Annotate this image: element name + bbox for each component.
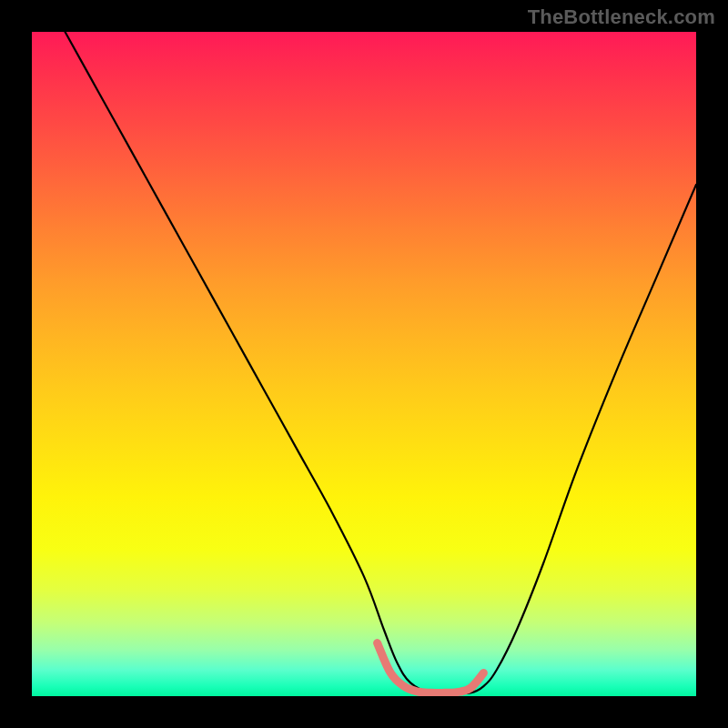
chart-svg — [32, 32, 696, 696]
valley-highlight — [378, 643, 484, 693]
watermark-text: TheBottleneck.com — [528, 5, 715, 29]
bottleneck-curve — [66, 32, 697, 693]
chart-container: TheBottleneck.com — [0, 0, 728, 728]
plot-area — [32, 32, 696, 696]
